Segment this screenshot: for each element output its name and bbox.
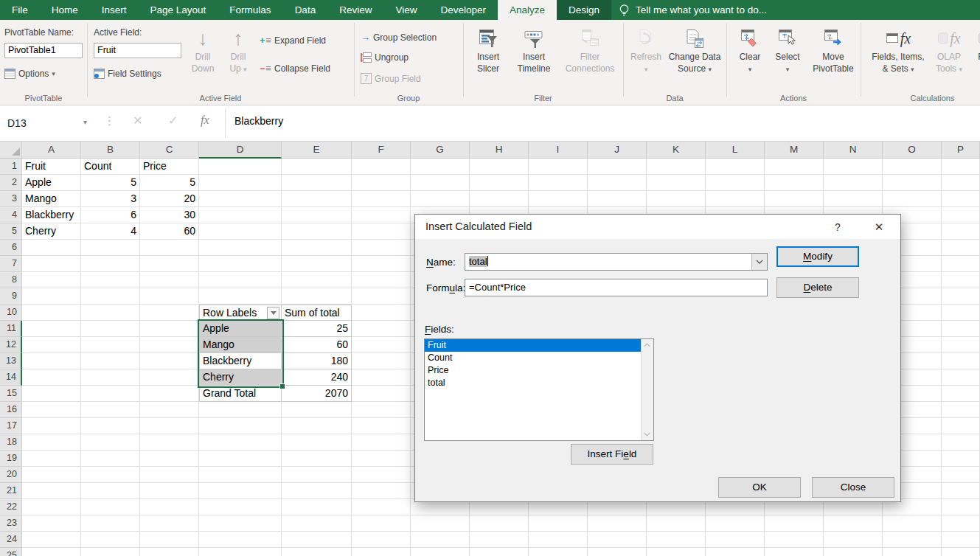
cell-E3[interactable] [282,191,352,207]
tab-developer[interactable]: Developer [428,0,498,20]
cell-E25[interactable] [282,548,352,556]
row-header-10[interactable]: 10 [0,305,22,321]
row-header-12[interactable]: 12 [0,337,22,353]
cell-B22[interactable] [81,499,140,515]
cell-D21[interactable] [199,483,282,499]
cell-I23[interactable] [529,515,588,532]
cell-P23[interactable] [942,515,980,532]
cell-C2[interactable]: 5 [140,175,199,191]
cell-K24[interactable] [647,532,706,548]
pivottable-name-input[interactable]: PivotTable1 [4,43,83,58]
cell-D15[interactable]: Grand Total [199,386,282,402]
cell-A14[interactable] [22,369,81,386]
cell-D9[interactable] [199,288,282,305]
cell-J24[interactable] [588,532,647,548]
tab-review[interactable]: Review [327,0,383,20]
field-option-Fruit[interactable]: Fruit [425,339,653,352]
cell-C16[interactable] [140,402,199,418]
cell-M2[interactable] [765,175,824,191]
cell-E20[interactable] [282,467,352,483]
cell-C4[interactable]: 30 [140,207,199,223]
row-header-13[interactable]: 13 [0,353,22,369]
cell-B4[interactable]: 6 [81,207,140,223]
scroll-up-icon[interactable] [642,339,653,351]
cell-C24[interactable] [140,532,199,548]
cell-P8[interactable] [942,272,980,288]
cell-D2[interactable] [199,175,282,191]
cell-M24[interactable] [765,532,824,548]
column-header-F[interactable]: F [352,142,411,159]
cell-A15[interactable] [22,386,81,402]
cell-F22[interactable] [352,499,411,515]
cell-D13[interactable]: Blackberry [199,353,282,369]
cell-C6[interactable] [140,240,199,256]
row-header-21[interactable]: 21 [0,483,22,499]
cell-D24[interactable] [199,532,282,548]
cell-D14[interactable]: Cherry [199,369,282,386]
cell-E10[interactable]: Sum of total [282,305,352,321]
enter-button[interactable]: ✓ [168,114,178,128]
cell-N2[interactable] [824,175,883,191]
cell-C18[interactable] [140,434,199,451]
cell-B5[interactable]: 4 [81,223,140,240]
cell-H23[interactable] [470,515,529,532]
cancel-button[interactable]: ✕ [133,114,142,128]
cell-D7[interactable] [199,256,282,272]
collapse-field-button[interactable]: −≡ Collapse Field [260,63,330,74]
cell-P14[interactable] [942,369,980,386]
insert-field-button[interactable]: Insert Field [571,444,653,465]
cell-P21[interactable] [942,483,980,499]
cell-C9[interactable] [140,288,199,305]
cell-F16[interactable] [352,402,411,418]
cell-P2[interactable] [942,175,980,191]
cell-G23[interactable] [411,515,470,532]
cell-H25[interactable] [470,548,529,556]
cell-B13[interactable] [81,353,140,369]
cell-A21[interactable] [22,483,81,499]
row-header-1[interactable]: 1 [0,159,22,175]
cell-P22[interactable] [942,499,980,515]
insert-slicer-button[interactable]: Insert Slicer [469,24,507,95]
cell-K3[interactable] [647,191,706,207]
formula-bar-value[interactable]: Blackberry [234,115,283,127]
cell-B23[interactable] [81,515,140,532]
options-button[interactable]: Options ▾ [4,69,55,79]
cell-P25[interactable] [942,548,980,556]
cell-C20[interactable] [140,467,199,483]
cell-D25[interactable] [199,548,282,556]
column-header-O[interactable]: O [883,142,942,159]
cell-A7[interactable] [22,256,81,272]
calc-field-name-input[interactable]: total [465,253,752,271]
cell-D6[interactable] [199,240,282,256]
cell-J25[interactable] [588,548,647,556]
cell-E21[interactable] [282,483,352,499]
cell-A4[interactable]: Blackberry [22,207,81,223]
column-header-H[interactable]: H [470,142,529,159]
cell-E12[interactable]: 60 [282,337,352,353]
tab-analyze[interactable]: Analyze [498,0,557,20]
name-box-caret-icon[interactable]: ▾ [83,118,87,126]
dialog-close-button[interactable]: ✕ [868,219,890,235]
cell-D23[interactable] [199,515,282,532]
row-header-15[interactable]: 15 [0,386,22,402]
row-header-14[interactable]: 14 [0,369,22,386]
row-header-18[interactable]: 18 [0,434,22,451]
row-header-5[interactable]: 5 [0,223,22,240]
row-header-11[interactable]: 11 [0,321,22,337]
expand-field-button[interactable]: +≡ Expand Field [260,35,326,46]
cell-D1[interactable] [199,159,282,175]
row-header-4[interactable]: 4 [0,207,22,223]
tab-home[interactable]: Home [40,0,90,20]
cell-F3[interactable] [352,191,411,207]
cell-E7[interactable] [282,256,352,272]
cell-I25[interactable] [529,548,588,556]
close-button[interactable]: Close [812,477,894,498]
cell-N25[interactable] [824,548,883,556]
field-settings-button[interactable]: Field Settings [94,69,161,79]
cell-C13[interactable] [140,353,199,369]
cell-P1[interactable] [942,159,980,175]
cell-K25[interactable] [647,548,706,556]
cell-D22[interactable] [199,499,282,515]
row-header-25[interactable]: 25 [0,548,22,556]
cell-D3[interactable] [199,191,282,207]
